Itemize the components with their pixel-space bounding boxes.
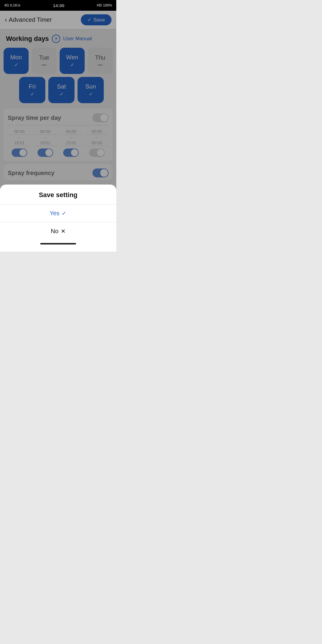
modal-no-option[interactable]: No ✕ xyxy=(0,222,116,240)
modal-no-icon: ✕ xyxy=(61,228,66,235)
modal-yes-label: Yes xyxy=(50,210,60,217)
modal-bottom-bar xyxy=(40,243,76,244)
modal-title: Save setting xyxy=(0,185,116,204)
modal-no-label: No xyxy=(51,228,58,235)
modal-yes-option[interactable]: Yes ✓ xyxy=(0,205,116,222)
modal-yes-icon: ✓ xyxy=(62,210,66,217)
save-setting-modal: Save setting Yes ✓ No ✕ xyxy=(0,185,116,252)
